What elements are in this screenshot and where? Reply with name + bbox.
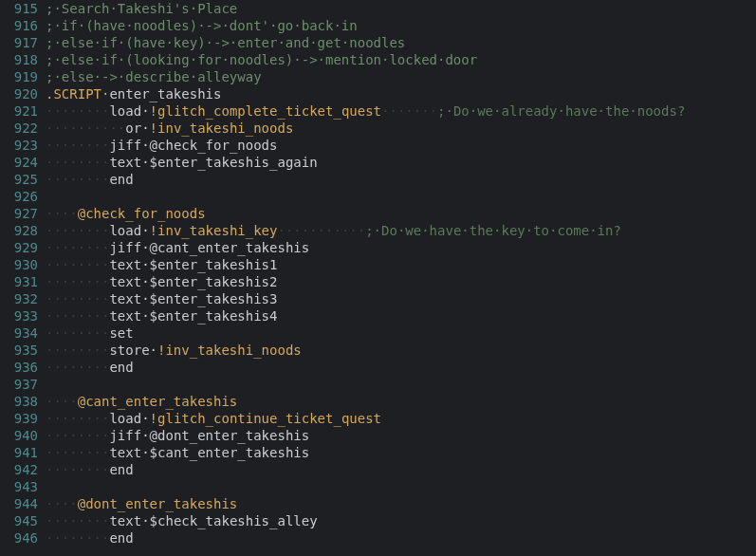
code-line[interactable]: ····@check_for_noods — [46, 205, 756, 222]
whitespace: ········ — [46, 445, 109, 460]
line-number: 935 — [0, 342, 38, 359]
line-number: 945 — [0, 512, 38, 529]
whitespace: ········ — [46, 291, 109, 306]
token-comment: ;·if·(have·noodles)·->·dont'·go·back·in — [46, 18, 358, 33]
line-number: 928 — [0, 222, 38, 239]
line-number: 929 — [0, 239, 38, 256]
code-line[interactable]: ;·else·->·describe·alleyway — [46, 68, 756, 85]
code-line[interactable] — [46, 188, 756, 205]
token-keyword: text· — [109, 513, 149, 528]
line-number: 925 — [0, 171, 38, 188]
line-number: 921 — [0, 102, 38, 120]
line-number: 930 — [0, 256, 38, 273]
code-line[interactable]: ········set — [46, 324, 756, 342]
token-keyword: end — [109, 462, 133, 477]
code-line[interactable]: ········end — [46, 359, 756, 376]
line-number: 934 — [0, 324, 38, 342]
code-line[interactable]: ········text·$check_takeshis_alley — [46, 512, 756, 529]
line-number: 946 — [0, 529, 38, 547]
token-keyword: jiff· — [109, 138, 149, 153]
token-dollar: $enter_takeshis_again — [150, 155, 318, 170]
code-line[interactable]: ····@dont_enter_takeshis — [46, 495, 756, 512]
line-number: 916 — [0, 17, 38, 34]
code-line[interactable]: ········text·$cant_enter_takeshis — [46, 444, 756, 461]
whitespace: ···· — [46, 496, 78, 511]
code-line[interactable]: ;·Search·Takeshi's·Place — [46, 0, 756, 17]
code-line[interactable]: ········end — [46, 461, 756, 478]
code-line[interactable]: ········load·!glitch_complete_ticket_que… — [46, 102, 756, 120]
token-directive: .SCRIPT· — [46, 86, 109, 102]
token-keyword: jiff· — [109, 240, 149, 255]
token-bang: !inv_takeshi_key — [150, 223, 278, 238]
code-content[interactable]: ;·Search·Takeshi's·Place;·if·(have·noodl… — [46, 0, 756, 556]
token-ws: ··········· — [277, 223, 365, 238]
token-keyword: text· — [109, 308, 149, 324]
whitespace: ········ — [46, 274, 109, 289]
line-number: 926 — [0, 188, 38, 205]
code-line[interactable]: ········jiff·@cant_enter_takeshis — [46, 239, 756, 256]
code-line[interactable]: ········load·!inv_takeshi_key···········… — [46, 222, 756, 239]
token-dollar: $enter_takeshis3 — [150, 291, 278, 306]
line-number: 943 — [0, 478, 38, 495]
code-line[interactable]: ··········or·!inv_takeshi_noods — [46, 120, 756, 137]
token-bang: !glitch_complete_ticket_quest — [150, 103, 381, 119]
token-keyword: or· — [125, 120, 149, 136]
token-keyword: store· — [109, 343, 157, 358]
token-func-at: @dont_enter_takeshis — [78, 496, 238, 511]
token-dollar: $enter_takeshis4 — [150, 308, 278, 324]
whitespace: ········ — [46, 103, 109, 119]
code-line[interactable]: ········text·$enter_takeshis4 — [46, 307, 756, 324]
line-number-gutter: 9159169179189199209219229239249259269279… — [0, 0, 46, 556]
token-keyword: load· — [109, 103, 149, 119]
code-editor[interactable]: 9159169179189199209219229239249259269279… — [0, 0, 756, 556]
whitespace: ········ — [46, 138, 109, 153]
code-line[interactable] — [46, 376, 756, 393]
code-line[interactable]: ········jiff·@dont_enter_takeshis — [46, 427, 756, 444]
whitespace: ········ — [46, 530, 109, 546]
line-number: 922 — [0, 120, 38, 137]
line-number: 920 — [0, 85, 38, 102]
code-line[interactable]: ········jiff·@check_for_noods — [46, 137, 756, 154]
whitespace: ···· — [46, 394, 78, 409]
code-line[interactable]: ········text·$enter_takeshis1 — [46, 256, 756, 273]
code-line[interactable] — [46, 478, 756, 495]
line-number: 919 — [0, 68, 38, 85]
token-keyword: end — [109, 360, 133, 375]
token-comment: ;·else·if·(have·key)·->·enter·and·get·no… — [46, 35, 405, 50]
token-at: @cant_enter_takeshis — [150, 240, 310, 255]
whitespace: ········ — [46, 155, 109, 170]
code-line[interactable]: ········end — [46, 529, 756, 547]
code-line[interactable]: ····@cant_enter_takeshis — [46, 393, 756, 410]
whitespace: ········ — [46, 411, 109, 426]
token-identifier: enter_takeshis — [109, 86, 221, 102]
code-line[interactable]: .SCRIPT·enter_takeshis — [46, 85, 756, 102]
line-number: 941 — [0, 444, 38, 461]
code-line[interactable]: ········text·$enter_takeshis_again — [46, 154, 756, 171]
code-line[interactable]: ········end — [46, 171, 756, 188]
whitespace: ········ — [46, 308, 109, 324]
code-line[interactable]: ········text·$enter_takeshis3 — [46, 290, 756, 307]
code-line[interactable]: ········load·!glitch_continue_ticket_que… — [46, 410, 756, 427]
token-dollar: $check_takeshis_alley — [150, 513, 318, 528]
line-number: 927 — [0, 205, 38, 222]
token-func-at: @cant_enter_takeshis — [78, 394, 238, 409]
line-number: 942 — [0, 461, 38, 478]
line-number: 918 — [0, 51, 38, 68]
token-ws: ······· — [381, 103, 437, 119]
whitespace: ·········· — [46, 120, 125, 136]
code-line[interactable]: ;·if·(have·noodles)·->·dont'·go·back·in — [46, 17, 756, 34]
code-line[interactable]: ;·else·if·(looking·for·noodles)·->·menti… — [46, 51, 756, 68]
whitespace: ········ — [46, 343, 109, 358]
token-keyword: text· — [109, 445, 149, 460]
line-number: 917 — [0, 34, 38, 51]
token-keyword: text· — [109, 274, 149, 289]
token-dollar: $cant_enter_takeshis — [150, 445, 310, 460]
code-line[interactable]: ········store·!inv_takeshi_noods — [46, 342, 756, 359]
code-line[interactable]: ;·else·if·(have·key)·->·enter·and·get·no… — [46, 34, 756, 51]
line-number: 923 — [0, 137, 38, 154]
token-comment-dim: ;·Do·we·already·have·the·noods? — [437, 103, 685, 119]
line-number: 944 — [0, 495, 38, 512]
code-line[interactable]: ········text·$enter_takeshis2 — [46, 273, 756, 290]
line-number: 933 — [0, 307, 38, 324]
token-keyword: load· — [109, 411, 149, 426]
